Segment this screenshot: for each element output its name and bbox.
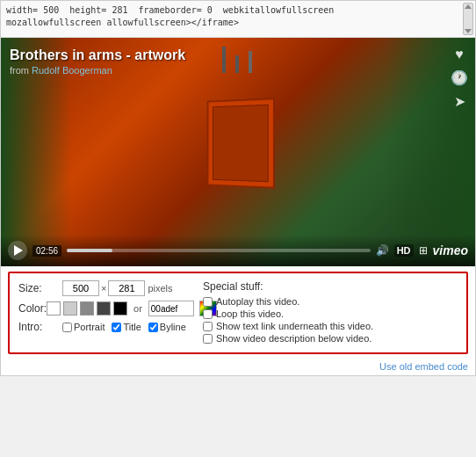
swatch-black[interactable] xyxy=(113,301,127,316)
time-display: 02:56 xyxy=(32,245,61,257)
byline-checkbox[interactable] xyxy=(148,323,158,332)
video-player: Brothers in arms - artwork from Rudolf B… xyxy=(1,38,475,266)
size-sep: × xyxy=(101,283,106,294)
scroll-down-arrow[interactable] xyxy=(465,29,472,33)
width-input[interactable] xyxy=(62,280,99,296)
hd-badge[interactable]: HD xyxy=(394,244,414,257)
loop-option[interactable]: Loop this video. xyxy=(203,308,458,319)
video-icons: ♥ 🕐 ➤ xyxy=(451,47,468,110)
intro-options: Portrait Title Byline xyxy=(62,322,186,332)
video-from: from Rudolf Boogerman xyxy=(10,65,440,76)
play-triangle-icon xyxy=(14,245,23,256)
footer-link-area: Use old embed code xyxy=(1,359,475,375)
from-label: from xyxy=(10,65,29,76)
vimeo-logo[interactable]: vimeo xyxy=(433,243,468,258)
size-label: Size: xyxy=(18,282,62,294)
autoplay-label: Autoplay this video. xyxy=(216,296,299,307)
settings-columns: Size: × pixels Color: xyxy=(18,280,458,345)
loop-label: Loop this video. xyxy=(216,308,284,319)
play-button[interactable] xyxy=(8,241,27,260)
art-box xyxy=(207,98,275,189)
clock-icon[interactable]: 🕐 xyxy=(451,69,468,86)
text-link-label: Show text link underneath this video. xyxy=(216,321,373,331)
intro-label: Intro: xyxy=(18,321,62,333)
artwork xyxy=(196,73,301,231)
progress-bar[interactable] xyxy=(67,249,371,252)
share-icon[interactable]: ➤ xyxy=(454,93,465,110)
color-or-label: or xyxy=(133,303,142,314)
title-label: Title xyxy=(123,322,141,332)
size-row: Size: × pixels xyxy=(18,280,194,296)
swatch-dark-gray[interactable] xyxy=(97,301,111,316)
old-embed-link[interactable]: Use old embed code xyxy=(379,361,468,372)
color-swatches: or xyxy=(47,301,217,316)
color-row: Color: or xyxy=(18,301,194,316)
color-label: Color: xyxy=(18,302,47,315)
settings-left-col: Size: × pixels Color: xyxy=(18,280,194,345)
loop-checkbox[interactable] xyxy=(203,309,213,319)
intro-row: Intro: Portrait Title Byline xyxy=(18,321,194,333)
swatch-gray[interactable] xyxy=(80,301,94,316)
title-checkbox[interactable] xyxy=(112,323,121,332)
special-stuff-title: Special stuff: xyxy=(203,280,458,293)
controls-bar: 02:56 🔊 HD ⊞ vimeo xyxy=(1,235,475,266)
author-link[interactable]: Rudolf Boogerman xyxy=(32,65,112,76)
embed-code-text: width= 500 height= 281 frameborder= 0 we… xyxy=(6,4,470,29)
portrait-label: Portrait xyxy=(74,322,105,332)
description-checkbox[interactable] xyxy=(203,334,213,344)
volume-icon[interactable]: 🔊 xyxy=(376,244,389,257)
heart-icon[interactable]: ♥ xyxy=(455,47,464,62)
grid-icon[interactable]: ⊞ xyxy=(419,244,428,257)
autoplay-option[interactable]: Autoplay this video. xyxy=(203,296,458,307)
portrait-option[interactable]: Portrait xyxy=(62,322,105,332)
embed-code-area: width= 500 height= 281 frameborder= 0 we… xyxy=(1,1,475,38)
height-input[interactable] xyxy=(108,280,145,296)
byline-label: Byline xyxy=(160,322,186,332)
scroll-up-arrow[interactable] xyxy=(465,4,472,9)
title-option[interactable]: Title xyxy=(112,322,141,332)
text-link-option[interactable]: Show text link underneath this video. xyxy=(203,321,458,331)
settings-right-col: Special stuff: Autoplay this video. Loop… xyxy=(203,280,458,345)
swatch-light-gray[interactable] xyxy=(63,301,77,316)
description-label: Show video description below video. xyxy=(216,333,371,344)
size-inputs: × pixels xyxy=(62,280,173,296)
video-title-overlay: Brothers in arms - artwork from Rudolf B… xyxy=(10,47,440,76)
scrollbar[interactable] xyxy=(463,3,473,35)
progress-fill xyxy=(67,249,112,252)
swatch-white[interactable] xyxy=(47,301,61,316)
pixels-label: pixels xyxy=(148,283,172,294)
autoplay-checkbox[interactable] xyxy=(203,297,213,307)
main-container: width= 500 height= 281 frameborder= 0 we… xyxy=(0,0,476,376)
portrait-checkbox[interactable] xyxy=(62,323,72,332)
description-option[interactable]: Show video description below video. xyxy=(203,333,458,344)
video-title: Brothers in arms - artwork xyxy=(10,47,440,63)
settings-panel: Size: × pixels Color: xyxy=(8,272,468,354)
color-hex-input[interactable] xyxy=(148,301,194,316)
text-link-checkbox[interactable] xyxy=(203,322,213,331)
byline-option[interactable]: Byline xyxy=(148,322,186,332)
